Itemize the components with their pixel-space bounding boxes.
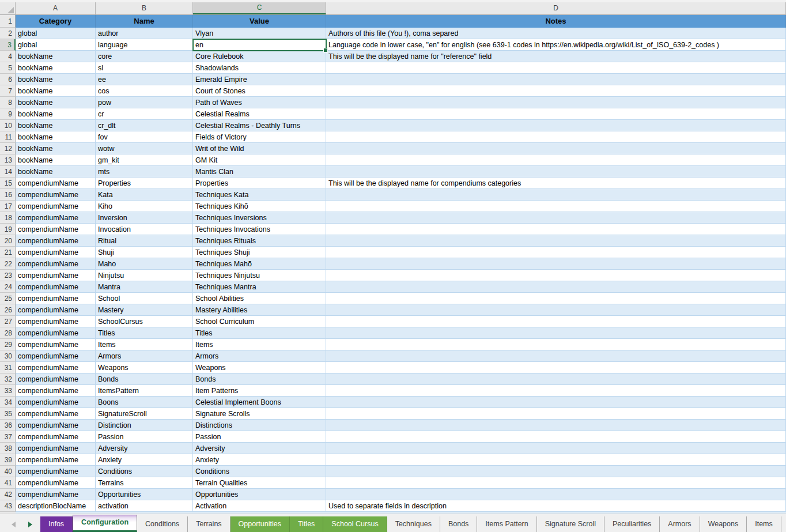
cell-value[interactable]: Techniques Kihõ xyxy=(193,201,326,212)
sheet-tab-signature-scroll[interactable]: Signature Scroll xyxy=(537,516,604,532)
cell-notes[interactable] xyxy=(326,489,786,500)
cell-notes[interactable] xyxy=(326,74,786,85)
column-header-a[interactable]: A xyxy=(16,2,96,14)
row-header-5[interactable]: 5 xyxy=(0,62,16,74)
sheet-tab-configuration[interactable]: Configuration xyxy=(73,515,137,532)
cell-category[interactable]: global xyxy=(16,28,96,39)
cell-name[interactable]: Kiho xyxy=(96,201,193,212)
cell-notes[interactable] xyxy=(326,373,786,385)
cell-name[interactable]: language xyxy=(96,39,193,51)
cell-name[interactable]: cr xyxy=(96,108,193,120)
cell-notes[interactable] xyxy=(326,293,786,304)
cell-value[interactable]: Passion xyxy=(193,431,326,443)
cell-name[interactable]: author xyxy=(96,28,193,39)
cell-category[interactable]: compendiumName xyxy=(16,454,96,466)
cell-name[interactable]: Distinction xyxy=(96,420,193,431)
cell-value[interactable]: Distinctions xyxy=(193,420,326,431)
cell-value[interactable]: Core Rulebook xyxy=(193,51,326,62)
cell-category[interactable]: global xyxy=(16,39,96,51)
cell-notes[interactable] xyxy=(326,350,786,362)
header-cell-notes[interactable]: Notes xyxy=(326,15,786,28)
cell-category[interactable]: compendiumName xyxy=(16,316,96,327)
cell-category[interactable]: compendiumName xyxy=(16,397,96,408)
cell-name[interactable]: Ritual xyxy=(96,235,193,247)
cell-name[interactable]: Weapons xyxy=(96,362,193,373)
cell-name[interactable]: core xyxy=(96,51,193,62)
row-header-27[interactable]: 27 xyxy=(0,316,16,327)
cell-category[interactable]: bookName xyxy=(16,74,96,85)
cell-value[interactable]: Items xyxy=(193,339,326,350)
cell-value[interactable]: Fields of Victory xyxy=(193,131,326,143)
cell-name[interactable]: School xyxy=(96,293,193,304)
sheet-nav-left-icon[interactable] xyxy=(12,522,16,527)
cell-notes[interactable] xyxy=(326,247,786,258)
row-header-24[interactable]: 24 xyxy=(0,281,16,293)
cell-value[interactable]: Techniques Rituals xyxy=(193,235,326,247)
row-header-35[interactable]: 35 xyxy=(0,408,16,420)
cell-name[interactable]: Conditions xyxy=(96,466,193,477)
column-header-c[interactable]: C xyxy=(193,2,326,14)
sheet-tab-items[interactable]: Items xyxy=(747,516,781,532)
cell-notes[interactable]: Authors of this file (You !), coma separ… xyxy=(326,28,786,39)
cell-notes[interactable] xyxy=(326,85,786,97)
cell-category[interactable]: compendiumName xyxy=(16,350,96,362)
cell-notes[interactable] xyxy=(326,420,786,431)
cell-value[interactable]: Terrain Qualities xyxy=(193,477,326,489)
cell-value[interactable]: School Abilities xyxy=(193,293,326,304)
cell-notes[interactable] xyxy=(326,166,786,178)
cell-value[interactable]: Techniques Invocations xyxy=(193,224,326,235)
sheet-tab-techniques[interactable]: Techniques xyxy=(387,516,440,532)
cell-value[interactable]: Vlyan xyxy=(193,28,326,39)
cell-name[interactable]: gm_kit xyxy=(96,154,193,166)
row-header-18[interactable]: 18 xyxy=(0,212,16,224)
cell-notes[interactable] xyxy=(326,362,786,373)
row-header-38[interactable]: 38 xyxy=(0,443,16,454)
cell-notes[interactable] xyxy=(326,397,786,408)
cell-value[interactable]: Shadowlands xyxy=(193,62,326,74)
cell-name[interactable]: Bonds xyxy=(96,373,193,385)
cell-category[interactable]: bookName xyxy=(16,51,96,62)
cell-category[interactable]: compendiumName xyxy=(16,212,96,224)
cell-category[interactable]: bookName xyxy=(16,120,96,131)
cell-notes[interactable] xyxy=(326,339,786,350)
cell-name[interactable]: Maho xyxy=(96,258,193,270)
cell-name[interactable]: Armors xyxy=(96,350,193,362)
cell-category[interactable]: compendiumName xyxy=(16,327,96,339)
cell-notes[interactable] xyxy=(326,212,786,224)
cell-notes[interactable] xyxy=(326,258,786,270)
cell-notes[interactable] xyxy=(326,97,786,108)
cell-value[interactable]: Armors xyxy=(193,350,326,362)
cell-value[interactable]: Path of Waves xyxy=(193,97,326,108)
cell-name[interactable]: Mastery xyxy=(96,304,193,316)
cell-name[interactable]: Titles xyxy=(96,327,193,339)
sheet-tab-opportunities[interactable]: Opportunities xyxy=(230,516,290,532)
cell-value[interactable]: Techniques Mantra xyxy=(193,281,326,293)
cell-name[interactable]: Ninjutsu xyxy=(96,270,193,281)
row-header-42[interactable]: 42 xyxy=(0,489,16,500)
column-header-b[interactable]: B xyxy=(96,2,193,14)
cell-value[interactable]: Techniques Mahõ xyxy=(193,258,326,270)
cell-category[interactable]: compendiumName xyxy=(16,443,96,454)
row-header-20[interactable]: 20 xyxy=(0,235,16,247)
sheet-tab-bonds[interactable]: Bonds xyxy=(440,516,477,532)
cell-category[interactable]: descriptionBlocName xyxy=(16,500,96,512)
cell-notes[interactable] xyxy=(326,477,786,489)
cell-notes[interactable]: This will be the displayed name for comp… xyxy=(326,178,786,189)
row-header-9[interactable]: 9 xyxy=(0,108,16,120)
cell-notes[interactable] xyxy=(326,108,786,120)
cell-category[interactable]: compendiumName xyxy=(16,304,96,316)
cell-name[interactable]: Adversity xyxy=(96,443,193,454)
cell-name[interactable]: Anxiety xyxy=(96,454,193,466)
cell-value[interactable]: Celestial Implement Boons xyxy=(193,397,326,408)
row-header-34[interactable]: 34 xyxy=(0,397,16,408)
row-header-39[interactable]: 39 xyxy=(0,454,16,466)
row-header-6[interactable]: 6 xyxy=(0,74,16,85)
row-header-3[interactable]: 3 xyxy=(0,39,16,51)
cell-name[interactable]: Passion xyxy=(96,431,193,443)
cell-name[interactable]: Kata xyxy=(96,189,193,201)
row-header-41[interactable]: 41 xyxy=(0,477,16,489)
cell-notes[interactable]: Used to separate fields in description xyxy=(326,500,786,512)
cell-category[interactable]: compendiumName xyxy=(16,385,96,397)
cell-notes[interactable] xyxy=(326,408,786,420)
cell-category[interactable]: compendiumName xyxy=(16,466,96,477)
